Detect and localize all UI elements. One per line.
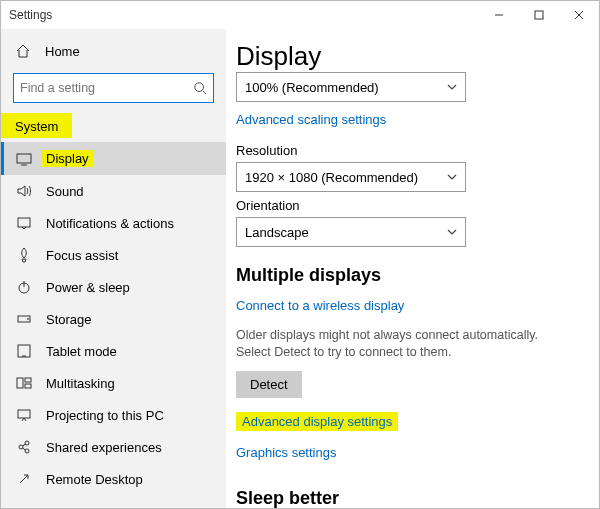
minimize-button[interactable]: [479, 1, 519, 29]
scale-value: 100% (Recommended): [245, 80, 379, 95]
orientation-value: Landscape: [245, 225, 309, 240]
nav-label: Notifications & actions: [46, 216, 174, 231]
nav-item-focus-assist[interactable]: Focus assist: [1, 239, 226, 271]
shared-icon: [16, 439, 32, 455]
multitasking-icon: [16, 375, 32, 391]
settings-window: Settings Home System Display: [0, 0, 600, 509]
focus-assist-icon: [16, 247, 32, 263]
svg-rect-13: [18, 345, 30, 357]
title-bar: Settings: [1, 1, 599, 29]
home-button[interactable]: Home: [1, 35, 226, 67]
nav-label: Power & sleep: [46, 280, 130, 295]
resolution-select[interactable]: 1920 × 1080 (Recommended): [236, 162, 466, 192]
resolution-label: Resolution: [236, 143, 589, 158]
search-field[interactable]: [20, 81, 193, 95]
projecting-icon: [16, 407, 32, 423]
svg-rect-18: [18, 410, 30, 418]
search-icon: [193, 80, 207, 96]
svg-line-5: [203, 91, 207, 95]
home-label: Home: [45, 44, 80, 59]
svg-rect-6: [17, 154, 31, 163]
nav-label: Multitasking: [46, 376, 115, 391]
notifications-icon: [16, 215, 32, 231]
search-input[interactable]: [13, 73, 214, 103]
sound-icon: [16, 183, 32, 199]
content-pane[interactable]: Display 100% (Recommended) Advanced scal…: [226, 29, 599, 508]
nav-item-storage[interactable]: Storage: [1, 303, 226, 335]
nav-item-multitasking[interactable]: Multitasking: [1, 367, 226, 399]
svg-rect-16: [25, 378, 31, 382]
multiple-displays-desc: Older displays might not always connect …: [236, 327, 556, 361]
power-icon: [16, 279, 32, 295]
nav-label: Storage: [46, 312, 92, 327]
svg-rect-17: [25, 384, 31, 388]
storage-icon: [16, 311, 32, 327]
window-title: Settings: [9, 8, 52, 22]
nav-list: Display Sound Notifications & actions Fo…: [1, 142, 226, 495]
nav-label: Projecting to this PC: [46, 408, 164, 423]
svg-point-12: [28, 319, 29, 320]
graphics-settings-link[interactable]: Graphics settings: [236, 445, 336, 460]
svg-rect-1: [535, 11, 543, 19]
scale-select[interactable]: 100% (Recommended): [236, 72, 466, 102]
nav-item-sound[interactable]: Sound: [1, 175, 226, 207]
nav-label: Sound: [46, 184, 84, 199]
nav-label: Shared experiences: [46, 440, 162, 455]
nav-label: Tablet mode: [46, 344, 117, 359]
display-icon: [16, 151, 32, 167]
tablet-icon: [16, 343, 32, 359]
wireless-display-link[interactable]: Connect to a wireless display: [236, 298, 404, 313]
nav-item-remote-desktop[interactable]: Remote Desktop: [1, 463, 226, 495]
remote-icon: [16, 471, 32, 487]
nav-item-display[interactable]: Display: [1, 142, 226, 175]
chevron-down-icon: [447, 225, 457, 240]
sidebar: Home System Display Sound: [1, 29, 226, 508]
advanced-display-settings-link[interactable]: Advanced display settings: [236, 412, 398, 431]
close-button[interactable]: [559, 1, 599, 29]
svg-rect-15: [17, 378, 23, 388]
chevron-down-icon: [447, 80, 457, 95]
home-icon: [15, 43, 31, 59]
maximize-button[interactable]: [519, 1, 559, 29]
detect-button[interactable]: Detect: [236, 371, 302, 398]
multiple-displays-heading: Multiple displays: [236, 265, 589, 286]
nav-label: Remote Desktop: [46, 472, 143, 487]
category-system: System: [1, 113, 72, 138]
nav-label: Focus assist: [46, 248, 118, 263]
svg-rect-8: [18, 218, 30, 227]
orientation-select[interactable]: Landscape: [236, 217, 466, 247]
orientation-label: Orientation: [236, 198, 589, 213]
nav-item-notifications[interactable]: Notifications & actions: [1, 207, 226, 239]
nav-item-power-sleep[interactable]: Power & sleep: [1, 271, 226, 303]
nav-item-projecting[interactable]: Projecting to this PC: [1, 399, 226, 431]
nav-label: Display: [42, 150, 93, 167]
nav-item-tablet-mode[interactable]: Tablet mode: [1, 335, 226, 367]
svg-point-4: [195, 83, 204, 92]
page-title: Display: [236, 41, 589, 72]
resolution-value: 1920 × 1080 (Recommended): [245, 170, 418, 185]
chevron-down-icon: [447, 170, 457, 185]
svg-line-23: [23, 448, 26, 450]
sleep-better-heading: Sleep better: [236, 488, 589, 508]
nav-item-shared-experiences[interactable]: Shared experiences: [1, 431, 226, 463]
svg-line-22: [23, 444, 26, 446]
advanced-scaling-link[interactable]: Advanced scaling settings: [236, 112, 386, 127]
